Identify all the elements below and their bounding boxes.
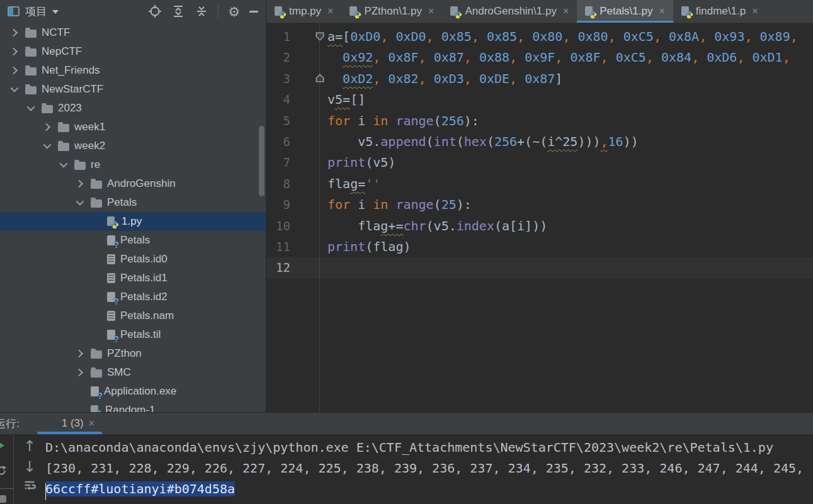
python-file-icon: [681, 6, 691, 17]
tree-item[interactable]: Petals: [0, 193, 266, 212]
tree-item[interactable]: Net_Friends: [0, 61, 266, 80]
code-line: flag='': [320, 174, 813, 194]
tree-item[interactable]: Petals.id1: [0, 269, 266, 288]
code-token: 0xD1: [752, 50, 782, 65]
tree-item[interactable]: ?Petals.id2: [0, 288, 266, 306]
tree-item[interactable]: Petals.nam: [0, 306, 266, 325]
close-icon[interactable]: ×: [428, 6, 434, 17]
code-token: (: [487, 134, 494, 149]
chevron-down-icon[interactable]: [52, 10, 59, 14]
tree-item-label: AndroGenshin: [107, 177, 176, 190]
close-icon[interactable]: ×: [659, 6, 664, 17]
python-file-icon: [47, 418, 57, 429]
code-token: []: [350, 92, 365, 107]
code-token: 0x80: [532, 29, 562, 44]
chevron-right-icon[interactable]: [73, 347, 87, 361]
python-file-icon: [91, 405, 100, 413]
tree-item[interactable]: ?Application.exe: [0, 382, 266, 401]
close-icon[interactable]: ×: [327, 6, 333, 17]
chevron-down-icon[interactable]: [57, 158, 71, 172]
gear-icon[interactable]: ⚙: [228, 5, 240, 18]
tree-item[interactable]: 1.py: [0, 212, 266, 231]
editor-tab[interactable]: AndroGenshin\1.py×: [442, 0, 577, 23]
tree-item[interactable]: NewStarCTF: [0, 80, 266, 99]
code-token: i: [350, 113, 373, 128]
close-icon[interactable]: ×: [563, 6, 569, 17]
tree-item-label: NewStarCTF: [42, 83, 103, 96]
up-arrow-icon[interactable]: ↑: [23, 437, 36, 456]
chevron-right-icon[interactable]: [40, 120, 54, 134]
stop-icon[interactable]: [0, 495, 6, 503]
code-token: for: [327, 197, 350, 212]
line-number: 8: [266, 174, 319, 194]
editor-tab[interactable]: tmp.py×: [266, 0, 341, 23]
rerun-icon[interactable]: [0, 465, 7, 476]
hide-panel-icon[interactable]: [249, 11, 258, 13]
chevron-right-icon[interactable]: [8, 26, 21, 40]
run-tab[interactable]: 1 (3) ×: [41, 413, 101, 434]
chevron-down-icon[interactable]: [40, 139, 54, 153]
tree-item[interactable]: NCTF: [0, 23, 266, 42]
chevron-right-icon[interactable]: [8, 64, 21, 77]
tree-item[interactable]: week1: [0, 118, 266, 137]
python-file-icon: [450, 6, 460, 17]
tree-item[interactable]: week2: [0, 137, 266, 155]
line-number: 6: [266, 132, 319, 152]
tree-item[interactable]: Petals.id0: [0, 250, 266, 269]
scrollbar-thumb[interactable]: [259, 126, 264, 196]
code-token: '': [365, 176, 380, 191]
fold-region-end-icon[interactable]: [315, 73, 325, 83]
close-icon[interactable]: ×: [89, 418, 94, 429]
close-icon[interactable]: ×: [752, 6, 758, 17]
project-tool-window-icon[interactable]: [8, 6, 20, 16]
tree-item-label: Petals.til: [120, 328, 161, 341]
code-token: fla: [327, 176, 350, 191]
tree-item[interactable]: re: [0, 155, 266, 174]
chevron-right-icon[interactable]: [73, 177, 87, 191]
down-arrow-icon[interactable]: ↓: [23, 458, 36, 476]
tree-item-label: PZthon: [107, 347, 142, 360]
code-token: [327, 50, 343, 65]
locate-file-icon[interactable]: [148, 4, 162, 18]
tree-item[interactable]: SMC: [0, 363, 266, 382]
tree-item[interactable]: 2023: [0, 99, 266, 118]
tree-item-label: Petals.id0: [120, 253, 168, 266]
editor-tab[interactable]: PZthon\1.py×: [341, 0, 442, 23]
tree-item[interactable]: Random-1: [0, 401, 266, 412]
question-badge: ?: [97, 391, 103, 401]
code-token: index: [457, 218, 494, 233]
expand-all-icon[interactable]: [171, 4, 185, 18]
tree-item-label: 2023: [58, 102, 82, 115]
soft-wrap-icon[interactable]: [23, 479, 36, 491]
code-token: ,: [737, 50, 752, 65]
code-line: v5=[]: [320, 89, 813, 110]
editor[interactable]: 123456789101112 a=[0xD0, 0xD0, 0x85, 0x8…: [266, 23, 813, 412]
chevron-right-icon[interactable]: [8, 45, 21, 59]
python-file-icon: [275, 6, 284, 17]
line-number: 4: [266, 89, 319, 110]
text-file-icon: [107, 254, 115, 264]
project-panel-title[interactable]: 项目: [25, 4, 47, 19]
rerun-play-icon[interactable]: [0, 440, 4, 451]
tree-item-label: 1.py: [122, 215, 142, 228]
editor-tab[interactable]: Petals\1.py×: [577, 0, 673, 23]
code-token: 256: [494, 134, 517, 149]
collapse-all-icon[interactable]: [195, 4, 208, 18]
tree-item[interactable]: PZthon: [0, 344, 266, 363]
folder-icon: [25, 48, 37, 57]
folder-icon: [25, 86, 37, 94]
tree-item[interactable]: ?Petals.til: [0, 325, 266, 344]
chevron-right-icon[interactable]: [73, 366, 87, 379]
code-token: ,: [691, 50, 707, 65]
tree-item-label: SMC: [107, 366, 131, 379]
tree-item[interactable]: NepCTF: [0, 42, 266, 61]
editor-tab[interactable]: findme\1.p×: [673, 0, 766, 23]
code-area[interactable]: a=[0xD0, 0xD0, 0x85, 0x85, 0x80, 0x80, 0…: [320, 23, 813, 412]
tree-item[interactable]: AndroGenshin: [0, 174, 266, 193]
tree-item[interactable]: ?Petals: [0, 231, 266, 250]
chevron-down-icon[interactable]: [8, 82, 21, 96]
chevron-down-icon[interactable]: [73, 196, 87, 210]
chevron-down-icon[interactable]: [24, 101, 38, 115]
code-token: ,: [654, 29, 669, 44]
fold-region-start-icon[interactable]: [315, 31, 325, 42]
